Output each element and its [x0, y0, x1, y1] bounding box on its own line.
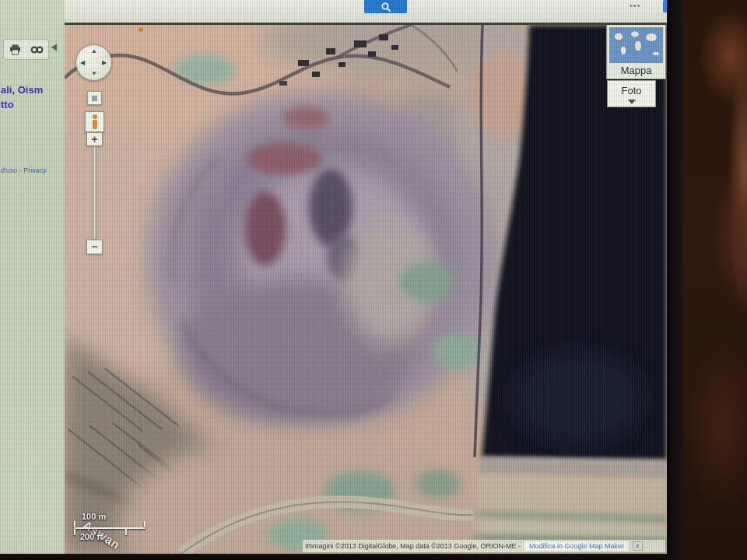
sidebar-link-1[interactable]: ali, Oism — [1, 82, 43, 97]
satellite-imagery — [65, 25, 667, 554]
pan-control[interactable]: ▲ ◀ ▶ ▼ — [75, 44, 112, 81]
zoom-slider[interactable] — [93, 146, 96, 240]
foto-label: Foto — [608, 83, 655, 99]
room-background — [682, 0, 747, 560]
sidebar-links: ali, Oism tto — [1, 82, 43, 112]
sidebar-link-2[interactable]: tto — [1, 97, 43, 112]
pan-down-icon[interactable]: ▼ — [91, 71, 97, 77]
map-maker-edit-link[interactable]: Modifica in Google Map Maker — [524, 541, 629, 551]
overview-button[interactable] — [87, 91, 102, 105]
printer-icon — [9, 44, 21, 55]
world-map-icon — [609, 27, 663, 63]
sidebar: ali, Oism tto d'uso - Privacy — [0, 0, 65, 554]
search-button[interactable] — [364, 0, 407, 13]
map-type-mappa-button[interactable]: Mappa — [606, 24, 666, 79]
zoom-in-button[interactable]: + — [86, 132, 103, 146]
map-type-foto-button[interactable]: Foto — [607, 80, 656, 107]
street-view-pegman-icon — [91, 114, 98, 129]
attribution-text: Immagini ©2013 DigitalGlobe, Map data ©2… — [305, 542, 521, 550]
zoom-out-button[interactable]: − — [86, 240, 103, 254]
scale-line — [74, 527, 146, 529]
scale-metric-label: 100 m — [82, 512, 106, 521]
top-navbar: ••• Accedi — [62, 0, 667, 23]
monitor-bezel — [667, 0, 682, 560]
attribution-bar: Immagini ©2013 DigitalGlobe, Map data ©2… — [303, 540, 665, 552]
monitor-screen: ••• Accedi ali, Oism tt — [0, 0, 667, 554]
pan-right-icon[interactable]: ▶ — [102, 60, 107, 66]
pan-up-icon[interactable]: ▲ — [91, 48, 97, 54]
link-icon — [30, 45, 44, 54]
sidebar-toolbar — [3, 39, 49, 60]
share-link-button[interactable] — [29, 42, 46, 58]
overview-icon — [92, 96, 97, 101]
sidebar-collapse-button[interactable] — [51, 44, 61, 54]
collapse-left-icon — [51, 44, 57, 51]
monitor-bottom-edge — [0, 554, 667, 560]
terms-privacy-link[interactable]: d'uso - Privacy — [1, 166, 47, 174]
scale-bar: 100 m 200 ft — [72, 509, 166, 549]
map-viewport[interactable]: ▲ ◀ ▶ ▼ + − Mappa Foto Aswan 100 m — [65, 23, 667, 554]
attribution-close-button[interactable]: × — [633, 541, 643, 551]
overflow-menu[interactable]: ••• — [630, 1, 653, 12]
mappa-label: Mappa — [607, 63, 665, 79]
dropdown-arrow-icon — [628, 100, 636, 104]
street-view-button[interactable] — [85, 111, 104, 132]
scale-imperial-label: 200 ft — [80, 532, 103, 541]
pan-left-icon[interactable]: ◀ — [80, 60, 85, 66]
print-button[interactable] — [6, 42, 23, 58]
magnifier-icon — [381, 2, 391, 12]
